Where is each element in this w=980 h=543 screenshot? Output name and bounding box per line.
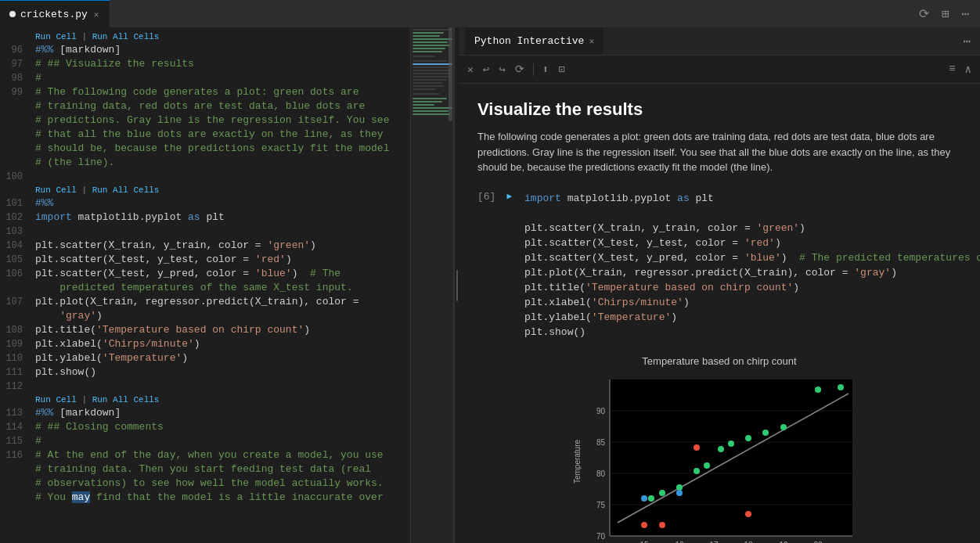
line-content-99d: # should be, because the predictions exa… bbox=[35, 142, 410, 156]
section-title: Visualize the results bbox=[477, 99, 961, 120]
svg-text:75: 75 bbox=[596, 501, 606, 509]
svg-rect-19 bbox=[413, 93, 440, 95]
close-icon[interactable]: ✕ bbox=[465, 61, 476, 78]
run-cell-bar-3[interactable]: Run Cell | Run All Cells bbox=[0, 394, 410, 406]
svg-point-36 bbox=[659, 490, 665, 496]
svg-point-46 bbox=[838, 384, 844, 390]
line-content-106a: predicted temperatures of the same X_tes… bbox=[35, 281, 410, 295]
line-content-116b: # observations) to see how well the mode… bbox=[35, 476, 410, 491]
svg-point-48 bbox=[659, 522, 665, 528]
code-line-99c: # that all the blue dots are exactly on … bbox=[0, 128, 410, 142]
chart-wrapper: 90 85 80 75 70 15 16 17 18 19 20 bbox=[477, 372, 961, 544]
interactive-content[interactable]: Visualize the results The following code… bbox=[459, 84, 980, 543]
svg-point-49 bbox=[694, 444, 700, 451]
svg-point-51 bbox=[641, 495, 647, 502]
line-num-103: 103 bbox=[0, 225, 35, 239]
code-line-116: 116 # At the end of the day, when you cr… bbox=[0, 448, 410, 462]
code-line-108: 108 plt.title('Temperature based on chir… bbox=[0, 323, 410, 337]
line-content-113: #%% [markdown] bbox=[35, 406, 410, 420]
run-cell-link-1[interactable]: Run Cell bbox=[35, 32, 77, 41]
svg-rect-21 bbox=[413, 101, 442, 102]
restart-icon[interactable]: ⟳ bbox=[513, 60, 527, 78]
editor-panel: Run Cell | Run All Cells 96 #%% [markdow… bbox=[0, 27, 454, 543]
svg-rect-26 bbox=[449, 27, 452, 121]
line-content-102: import matplotlib.pyplot as plt bbox=[35, 210, 410, 225]
run-cell-bar-2[interactable]: Run Cell | Run All Cells bbox=[0, 184, 410, 196]
refresh-icon[interactable]: ⟳ bbox=[916, 3, 932, 25]
editor-tab-crickets[interactable]: crickets.py ✕ bbox=[0, 0, 110, 27]
undo-icon[interactable]: ↩ bbox=[481, 60, 492, 78]
run-cell-link-2[interactable]: Run Cell bbox=[35, 185, 77, 195]
python-tab-actions: ⋯ bbox=[960, 31, 980, 52]
line-num-109: 109 bbox=[0, 337, 35, 351]
line-num-108: 108 bbox=[0, 323, 35, 337]
line-content-99: # The following code generates a plot: g… bbox=[35, 85, 410, 99]
svg-rect-12 bbox=[413, 70, 452, 71]
cell-code-line-7: plt.title('Temperature based on chirp co… bbox=[524, 280, 980, 295]
more-actions-icon[interactable]: ⋯ bbox=[958, 3, 972, 25]
editor-tab-close-icon[interactable]: ✕ bbox=[92, 8, 101, 21]
python-more-actions-icon[interactable]: ⋯ bbox=[960, 31, 974, 52]
svg-text:16: 16 bbox=[675, 541, 684, 544]
toolbar-right: ≡ ∧ bbox=[946, 60, 974, 78]
svg-text:18: 18 bbox=[744, 541, 753, 544]
svg-rect-11 bbox=[413, 67, 449, 68]
svg-rect-3 bbox=[413, 38, 452, 40]
line-content-101: #%% bbox=[35, 196, 410, 210]
editor-tab-actions: ⟳ ⊞ ⋯ bbox=[916, 3, 980, 25]
line-num-116: 116 bbox=[0, 448, 35, 462]
python-tab-close-icon[interactable]: ✕ bbox=[589, 36, 594, 46]
split-editor-icon[interactable]: ⊞ bbox=[939, 3, 953, 25]
run-all-cells-link-2[interactable]: Run All Cells bbox=[92, 185, 160, 195]
line-content-96: #%% [markdown] bbox=[35, 43, 410, 57]
svg-rect-25 bbox=[413, 113, 450, 115]
code-line-107a: 'gray') bbox=[0, 309, 410, 323]
run-cell-link-3[interactable]: Run Cell bbox=[35, 395, 77, 405]
code-line-110: 110 plt.ylabel('Temperature') bbox=[0, 351, 410, 365]
interactive-toolbar: ✕ ↩ ↪ ⟳ ⬆ ⊡ ≡ ∧ bbox=[459, 56, 980, 84]
redo-icon[interactable]: ↪ bbox=[496, 60, 507, 78]
svg-rect-8 bbox=[413, 56, 434, 57]
code-line-116c: # You may find that the model is a littl… bbox=[0, 491, 410, 505]
python-interactive-tab[interactable]: Python Interactive ✕ bbox=[465, 27, 603, 55]
run-all-cells-link-1[interactable]: Run All Cells bbox=[92, 32, 160, 41]
svg-point-45 bbox=[815, 387, 821, 393]
svg-text:90: 90 bbox=[596, 407, 606, 415]
minimap[interactable] bbox=[410, 27, 453, 543]
cell-header-row: [6] ▶ import matplotlib.pyplot as plt pl… bbox=[477, 191, 961, 349]
python-tab-bar: Python Interactive ✕ ⋯ bbox=[459, 27, 980, 56]
line-content-99b: # predictions. Gray line is the regressi… bbox=[35, 113, 410, 128]
run-cell-bar-1[interactable]: Run Cell | Run All Cells bbox=[0, 31, 410, 43]
code-line-99: 99 # The following code generates a plot… bbox=[0, 85, 410, 99]
line-num-104: 104 bbox=[0, 239, 35, 253]
code-line-104: 104 plt.scatter(X_train, y_train, color … bbox=[0, 239, 410, 253]
filter-icon[interactable]: ≡ bbox=[946, 60, 957, 78]
cell-code-line-5: plt.scatter(X_test, y_pred, color = 'blu… bbox=[524, 250, 980, 265]
line-num-114: 114 bbox=[0, 420, 35, 434]
cell-run-button[interactable]: ▶ bbox=[506, 191, 512, 201]
code-line-102: 102 import matplotlib.pyplot as plt bbox=[0, 210, 410, 225]
export-icon[interactable]: ⬆ bbox=[540, 60, 551, 78]
line-num-111: 111 bbox=[0, 365, 35, 379]
svg-point-41 bbox=[728, 441, 734, 447]
svg-rect-27 bbox=[610, 379, 852, 536]
layout-icon[interactable]: ⊡ bbox=[556, 60, 567, 78]
cell-code-line-8: plt.xlabel('Chirps/minute') bbox=[524, 295, 980, 310]
code-area[interactable]: Run Cell | Run All Cells 96 #%% [markdow… bbox=[0, 27, 410, 543]
line-num-107: 107 bbox=[0, 295, 35, 309]
line-content-111: plt.show() bbox=[35, 365, 410, 379]
line-content-106: plt.scatter(X_test, y_pred, color = 'blu… bbox=[35, 267, 410, 281]
cell-code-6: import matplotlib.pyplot as plt plt.scat… bbox=[524, 191, 980, 340]
separator-2: | bbox=[81, 185, 92, 195]
collapse-icon[interactable]: ∧ bbox=[963, 60, 974, 78]
toolbar-separator-1 bbox=[533, 63, 534, 76]
line-content-99a: # training data, red dots are test data,… bbox=[35, 99, 410, 113]
svg-text:20: 20 bbox=[813, 541, 823, 544]
code-line-98: 98 # bbox=[0, 71, 410, 85]
svg-point-38 bbox=[694, 468, 700, 474]
file-dot-icon bbox=[9, 11, 16, 17]
separator-1: | bbox=[81, 32, 92, 41]
run-all-cells-link-3[interactable]: Run All Cells bbox=[92, 395, 160, 405]
editor-tab-label: crickets.py bbox=[20, 9, 88, 20]
code-line-115: 115 # bbox=[0, 434, 410, 448]
